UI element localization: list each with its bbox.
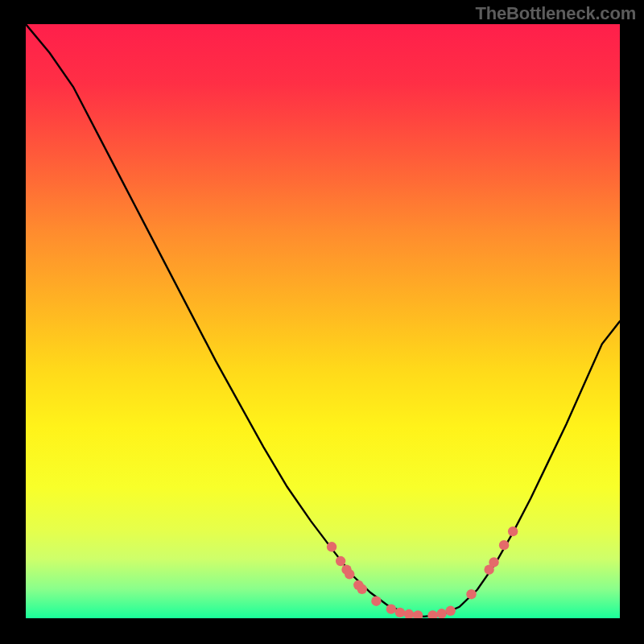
highlight-dot <box>327 542 336 551</box>
highlight-dot <box>427 610 437 618</box>
highlight-dot <box>499 540 509 550</box>
chart-frame: TheBottleneck.com <box>0 0 644 644</box>
highlight-dot <box>413 610 423 618</box>
highlight-dot <box>386 604 396 613</box>
highlight-dot <box>404 609 414 618</box>
highlight-dot <box>395 608 405 617</box>
highlight-dot <box>436 609 446 618</box>
watermark-text: TheBottleneck.com <box>475 3 636 24</box>
highlight-dot <box>371 597 381 606</box>
bottleneck-curve <box>26 24 620 617</box>
curve-svg <box>26 24 620 618</box>
highlight-dot <box>508 526 518 536</box>
highlight-dot <box>489 557 498 567</box>
highlight-dot <box>445 606 455 616</box>
highlight-dot <box>336 556 345 566</box>
plot-area <box>26 24 620 618</box>
highlight-dot <box>345 569 354 579</box>
highlight-dot <box>466 589 476 599</box>
highlight-dot <box>357 584 367 594</box>
highlight-dots <box>327 526 518 618</box>
